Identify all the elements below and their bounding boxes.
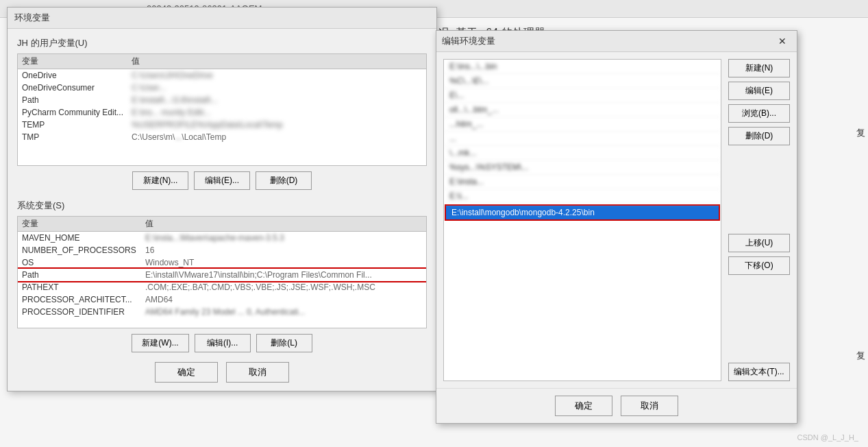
system-table-body: MAVEN_HOME E:\insta...\Maven\apache-mave… [18, 232, 426, 328]
path-item-2[interactable]: %C\...\E\... [444, 74, 721, 88]
user-section-label: JH 的用户变量(U) [17, 37, 427, 49]
user-row-name: OneDriveConsumer [22, 83, 132, 93]
edit-browse-btn[interactable]: 浏览(B)... [728, 104, 790, 123]
edit-dialog-bottom: 确定 取消 [436, 388, 797, 423]
sys-row-value: E:\install\VMware17\install\bin;C:\Progr… [145, 270, 422, 280]
user-new-btn[interactable]: 新建(N)... [132, 171, 188, 190]
user-btn-row: 新建(N)... 编辑(E)... 删除(D) [17, 171, 427, 190]
selected-path-text: E:\install\mongodb\mongodb-4.2.25\bin [451, 208, 595, 217]
user-row-onedriveConsumer[interactable]: OneDriveConsumer C:\User... [18, 82, 426, 94]
sys-row-maven[interactable]: MAVEN_HOME E:\insta...\Maven\apache-mave… [18, 232, 426, 244]
path-item-4[interactable]: oll...\...btm_... [444, 103, 721, 117]
sys-row-name: Path [22, 270, 145, 280]
copy-label-top: 复 [856, 127, 865, 139]
user-row-tmp[interactable]: TMP C:\Users\m\...\Local\Temp [18, 131, 426, 143]
sys-row-num-proc[interactable]: NUMBER_OF_PROCESSORS 16 [18, 244, 426, 256]
user-row-pycharm[interactable]: PyCharm Community Edit... E:\ins... muni… [18, 106, 426, 119]
path-item-8[interactable]: %sys...\%SYSTEM\... [444, 160, 721, 175]
edit-dialog-titlebar: 编辑环境变量 ✕ [436, 31, 797, 52]
sys-row-value: Windows_NT [145, 258, 422, 267]
user-row-path[interactable]: Path E:\install\...\3.8\install\... [18, 94, 426, 106]
edit-new-btn[interactable]: 新建(N) [728, 59, 790, 77]
user-row-value: E:\install\...\3.8\install\... [132, 95, 422, 105]
edit-close-btn[interactable]: ✕ [773, 34, 791, 48]
user-table-body: OneDrive C:\Users\JH\OneDrive OneDriveCo… [18, 69, 426, 165]
user-col-value-header: 值 [132, 56, 422, 67]
env-dialog-titlebar: 环境变量 [8, 8, 436, 29]
sys-row-value: E:\insta...\Maven\apache-maven-3.5.3 [145, 233, 422, 243]
sys-row-value: 16 [145, 245, 422, 255]
user-row-onedrive[interactable]: OneDrive C:\Users\JH\OneDrive [18, 69, 426, 82]
sys-row-name: PROCESSOR_IDENTIFIER [22, 307, 145, 317]
env-dialog-body: JH 的用户变量(U) 变量 值 OneDrive C:\Users\JH\On… [8, 29, 436, 391]
sys-row-path[interactable]: Path E:\install\VMware17\install\bin;C:\… [18, 269, 426, 281]
user-row-temp[interactable]: TEMP %USERPROFILE%\AppData\Local\Temp [18, 119, 426, 131]
sys-delete-btn[interactable]: 删除(L) [256, 334, 312, 352]
sys-row-name: NUMBER_OF_PROCESSORS [22, 245, 145, 255]
path-item-selected[interactable]: E:\install\mongodb\mongodb-4.2.25\bin [445, 204, 720, 221]
edit-dialog-content: E:\ins...\...bin %C\...\E\... E\... oll.… [436, 52, 797, 388]
sys-row-value: .COM;.EXE;.BAT;.CMD;.VBS;.VBE;.JS;.JSE;.… [145, 282, 422, 292]
sys-row-name: OS [22, 258, 145, 267]
spacer [728, 149, 790, 230]
env-cancel-btn[interactable]: 取消 [226, 362, 289, 383]
path-item-10[interactable]: E:\i... [444, 189, 721, 204]
edit-dialog-title: 编辑环境变量 [442, 35, 495, 47]
edit-down-btn[interactable]: 下移(O) [728, 256, 790, 275]
user-row-name: TMP [22, 132, 132, 142]
system-var-table: 变量 值 MAVEN_HOME E:\insta...\Maven\apache… [17, 216, 427, 328]
edit-right-btns: 新建(N) 编辑(E) 浏览(B)... 删除(D) 上移(U) 下移(O) 编… [728, 59, 790, 381]
path-item-9[interactable]: E:\insta... [444, 175, 721, 189]
sys-col-name-header: 变量 [22, 218, 145, 230]
edit-env-dialog: 编辑环境变量 ✕ E:\ins...\...bin %C\...\E\... E… [436, 30, 797, 424]
edit-delete-btn[interactable]: 删除(D) [728, 127, 790, 145]
user-var-table: 变量 值 OneDrive C:\Users\JH\OneDrive OneDr… [17, 53, 427, 166]
sys-edit-btn[interactable]: 编辑(I)... [195, 334, 251, 352]
user-row-name: OneDrive [22, 71, 132, 80]
sys-row-proc-id[interactable]: PROCESSOR_IDENTIFIER AMD64 Family 23 Mod… [18, 306, 426, 318]
edit-text-btn[interactable]: 编辑文本(T)... [728, 363, 790, 381]
sys-new-btn[interactable]: 新建(W)... [132, 334, 188, 352]
user-edit-btn[interactable]: 编辑(E)... [194, 171, 250, 190]
sys-row-value: AMD64 [145, 295, 422, 304]
user-row-value: %USERPROFILE%\AppData\Local\Temp [132, 120, 422, 130]
sys-row-value: AMD64 Family 23 Model ... 0, Authenticat… [145, 307, 422, 317]
sys-row-proc-arch[interactable]: PROCESSOR_ARCHITECT... AMD64 [18, 293, 426, 306]
system-btn-row: 新建(W)... 编辑(I)... 删除(L) [17, 334, 427, 352]
path-item-7[interactable]: \...mk... [444, 146, 721, 160]
edit-up-btn[interactable]: 上移(U) [728, 234, 790, 252]
copy-label-bottom: 复 [856, 350, 865, 362]
watermark: CSDN @_L_J_H_ [797, 433, 858, 442]
user-row-value: C:\User... [132, 83, 422, 93]
path-item-1[interactable]: E:\ins...\...bin [444, 60, 721, 74]
sys-row-name: MAVEN_HOME [22, 233, 145, 243]
path-list-container: E:\ins...\...bin %C\...\E\... E\... oll.… [443, 59, 721, 381]
sys-col-value-header: 值 [145, 218, 422, 230]
path-item-5[interactable]: ...hitm_... [444, 117, 721, 132]
system-table-header: 变量 值 [18, 217, 426, 232]
edit-ok-btn[interactable]: 确定 [555, 396, 612, 416]
env-bottom-btn-row: 确定 取消 [17, 362, 427, 383]
user-col-name-header: 变量 [22, 56, 132, 67]
spacer2 [728, 279, 790, 359]
system-section-label: 系统变量(S) [17, 200, 427, 212]
env-dialog-title: 环境变量 [14, 12, 50, 24]
sys-row-name: PATHEXT [22, 282, 145, 292]
user-row-name: Path [22, 95, 132, 105]
sys-row-name: PROCESSOR_ARCHITECT... [22, 295, 145, 304]
path-item-3[interactable]: E\... [444, 88, 721, 103]
user-row-value: E:\ins... munity Editi... [132, 108, 422, 117]
user-table-header: 变量 值 [18, 54, 426, 69]
user-row-value: C:\Users\JH\OneDrive [132, 71, 422, 80]
env-ok-btn[interactable]: 确定 [155, 362, 218, 383]
path-item-6[interactable]: ... [444, 132, 721, 146]
user-row-name: PyCharm Community Edit... [22, 108, 132, 117]
sys-row-pathext[interactable]: PATHEXT .COM;.EXE;.BAT;.CMD;.VBS;.VBE;.J… [18, 281, 426, 293]
edit-cancel-btn[interactable]: 取消 [621, 396, 678, 416]
sys-row-os[interactable]: OS Windows_NT [18, 256, 426, 269]
user-row-name: TEMP [22, 120, 132, 130]
user-row-value: C:\Users\m\...\Local\Temp [132, 132, 422, 142]
env-dialog: 环境变量 JH 的用户变量(U) 变量 值 OneDrive C:\Users\… [7, 7, 437, 391]
user-delete-btn[interactable]: 删除(D) [256, 171, 312, 190]
edit-edit-btn[interactable]: 编辑(E) [728, 82, 790, 100]
